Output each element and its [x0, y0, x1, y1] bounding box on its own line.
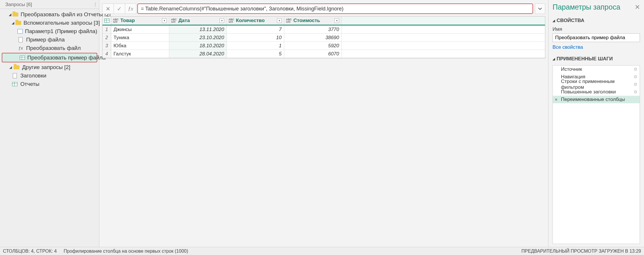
cell-cost[interactable]: 5920: [284, 42, 342, 50]
cell-cost[interactable]: 3770: [284, 26, 342, 33]
column-header-cost[interactable]: ABC123 Стоимость ▾: [284, 17, 342, 25]
caret-icon: ◢: [9, 65, 12, 69]
type-any-icon: ABC123: [229, 18, 234, 23]
type-any-icon: ABC123: [113, 18, 119, 23]
caret-icon: ◢: [553, 19, 555, 23]
col-label: Дата: [179, 17, 190, 25]
tree-item-transform-sample-file[interactable]: Преобразовать пример файла: [2, 53, 97, 62]
gear-icon[interactable]: ⚙: [634, 82, 637, 87]
filter-dropdown-button[interactable]: ▾: [162, 18, 167, 23]
formula-text: = Table.RenameColumns(#"Повышенные загол…: [141, 6, 343, 12]
gear-icon[interactable]: ⚙: [634, 67, 637, 72]
tree-item-sample-file[interactable]: Пример файла: [0, 35, 99, 44]
fx-button[interactable]: ƒx: [125, 3, 136, 14]
settings-title: Параметры запроса: [553, 3, 620, 11]
query-name-input[interactable]: [553, 33, 640, 42]
file-icon: [17, 37, 24, 42]
folder-icon: [13, 65, 20, 70]
cell-tovar[interactable]: Юбка: [111, 42, 169, 50]
column-header-tovar[interactable]: ABC123 Товар ▾: [111, 17, 169, 25]
cell-data[interactable]: 18.10.2020: [169, 42, 227, 50]
cell-tovar[interactable]: Галстук: [111, 50, 169, 58]
cell-tovar[interactable]: Туника: [111, 34, 169, 41]
table-row[interactable]: 2Туника23.10.20201038690: [102, 34, 545, 42]
cell-data[interactable]: 13.11.2020: [169, 26, 227, 33]
tree-label: Отчеты: [20, 81, 39, 87]
gear-icon[interactable]: ⚙: [634, 74, 637, 79]
row-number: 4: [102, 50, 111, 58]
filter-dropdown-button[interactable]: ▾: [334, 18, 339, 23]
collapse-queries-button[interactable]: 〈: [91, 1, 97, 8]
cell-qty[interactable]: 5: [227, 50, 284, 58]
col-label: Товар: [120, 17, 135, 25]
cell-cost[interactable]: 6070: [284, 50, 342, 58]
table-icon: [20, 55, 25, 60]
filter-dropdown-button[interactable]: ▾: [277, 18, 282, 23]
col-label: Стоимость: [294, 17, 320, 25]
data-grid: ABC123 Товар ▾ ABC123 Дата ▾ ABC123 Коли…: [102, 16, 545, 58]
tree-label: Вспомогательные запросы [3]: [24, 20, 100, 26]
section-applied-steps[interactable]: ◢ ПРИМЕНЕННЫЕ ШАГИ: [553, 56, 640, 62]
cell-qty[interactable]: 1: [227, 42, 284, 50]
status-profiling: Профилирование столбца на основе первых …: [64, 249, 188, 254]
tree-group-helper-queries[interactable]: ◢ Вспомогательные запросы [3]: [0, 19, 99, 27]
queries-header: Запросы [6] 〈: [0, 0, 99, 9]
applied-step[interactable]: Строки с примененным фильтром⚙: [553, 81, 640, 88]
col-label: Количество: [236, 17, 265, 25]
applied-step[interactable]: Переименованные столбцы: [553, 96, 640, 103]
column-header-data[interactable]: ABC123 Дата ▾: [169, 17, 227, 25]
tree-label: Преобразовать файл: [26, 45, 81, 51]
tree-label: Другие запросы [2]: [22, 64, 70, 70]
caret-icon: ◢: [12, 21, 14, 25]
tree-item-transform-file[interactable]: ƒx Преобразовать файл: [0, 44, 99, 52]
table-row[interactable]: 3Юбка18.10.202015920: [102, 42, 545, 50]
row-number: 3: [102, 42, 111, 50]
all-properties-link[interactable]: Все свойства: [553, 44, 640, 50]
parameter-icon: [17, 29, 23, 34]
cell-tovar[interactable]: Джинсы: [111, 26, 169, 33]
applied-steps-list: Источник⚙Навигация⚙Строки с примененным …: [553, 65, 640, 244]
filter-dropdown-button[interactable]: ▾: [220, 18, 224, 23]
tree-item-parameter[interactable]: Параметр1 (Пример файла): [0, 27, 99, 35]
close-settings-button[interactable]: ✕: [635, 3, 640, 11]
section-properties[interactable]: ◢ СВОЙСТВА: [553, 18, 640, 23]
cell-data[interactable]: 28.04.2020: [169, 50, 227, 58]
cell-data[interactable]: 23.10.2020: [169, 34, 227, 41]
cancel-formula-button[interactable]: ✕: [102, 3, 114, 14]
tree-group-transform-from-reports[interactable]: ◢ Преобразовать файл из Отчеты [2]: [0, 10, 99, 19]
table-icon: [104, 19, 109, 23]
formula-bar: ✕ ✓ ƒx = Table.RenameColumns(#"Повышенны…: [102, 3, 545, 15]
queries-tree: ◢ Преобразовать файл из Отчеты [2] ◢ Всп…: [0, 9, 99, 88]
caret-icon: ◢: [553, 57, 555, 61]
tree-label: Преобразовать пример файла: [27, 55, 106, 61]
tree-item-reports[interactable]: Отчеты: [0, 80, 99, 88]
step-label: Переименованные столбцы: [561, 97, 625, 102]
formula-input[interactable]: = Table.RenameColumns(#"Повышенные загол…: [137, 3, 533, 14]
applied-step[interactable]: Повышенные заголовки⚙: [553, 88, 640, 96]
section-label: СВОЙСТВА: [557, 18, 584, 23]
caret-icon: ◢: [9, 12, 11, 17]
applied-step[interactable]: Источник⚙: [553, 66, 640, 73]
folder-icon: [12, 12, 18, 17]
column-header-qty[interactable]: ABC123 Количество ▾: [227, 17, 284, 25]
expand-formula-button[interactable]: [535, 3, 545, 14]
cell-qty[interactable]: 7: [227, 26, 284, 33]
row-number: 1: [102, 26, 111, 33]
tree-label: Параметр1 (Пример файла): [25, 28, 97, 35]
cell-qty[interactable]: 10: [227, 34, 284, 41]
row-number: 2: [102, 34, 111, 41]
table-row[interactable]: 1Джинсы13.11.202073770: [102, 26, 545, 34]
queries-header-label: Запросы [6]: [5, 2, 32, 8]
cell-cost[interactable]: 38690: [284, 34, 342, 41]
tree-item-headers[interactable]: Заголовки: [0, 71, 99, 80]
table-row[interactable]: 4Галстук28.04.202056070: [102, 50, 545, 58]
folder-icon: [15, 20, 21, 26]
gear-icon[interactable]: ⚙: [634, 89, 637, 95]
accept-formula-button[interactable]: ✓: [114, 3, 125, 14]
status-preview-loaded: ПРЕДВАРИТЕЛЬНЫЙ ПРОСМОТР ЗАГРУЖЕН В 13:2…: [521, 249, 641, 254]
tree-group-other-queries[interactable]: ◢ Другие запросы [2]: [0, 63, 99, 71]
queries-panel: Запросы [6] 〈 ◢ Преобразовать файл из От…: [0, 0, 99, 247]
tree-label: Пример файла: [26, 37, 65, 43]
grid-body: 1Джинсы13.11.2020737702Туника23.10.20201…: [102, 26, 545, 58]
grid-corner[interactable]: [102, 17, 111, 25]
